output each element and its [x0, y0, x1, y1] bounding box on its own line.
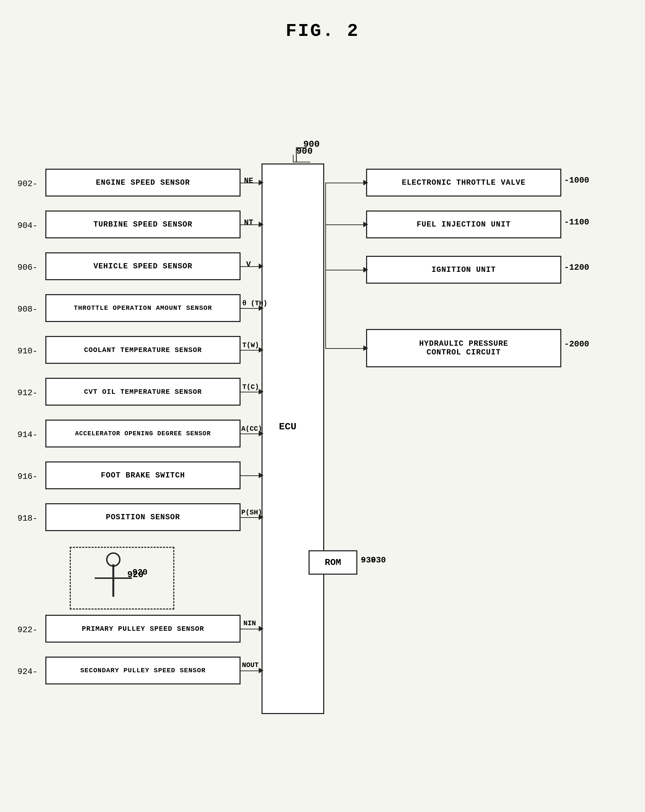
sensor-910: COOLANT TEMPERATURE SENSOR	[45, 336, 241, 364]
ref-916: 916-	[17, 472, 38, 481]
ref-902: 902-	[17, 179, 38, 189]
ref-924: 924-	[17, 667, 38, 676]
figure-title: FIG. 2	[0, 0, 645, 41]
ref-1200: -1200	[564, 263, 589, 272]
ref-1100: -1100	[564, 217, 589, 227]
sensor-912: CVT OIL TEMPERATURE SENSOR	[45, 378, 241, 406]
signal-v: V	[246, 260, 251, 269]
sensor-924: SECONDARY PULLEY SPEED SENSOR	[45, 656, 241, 684]
ecu-label: ECU	[279, 421, 297, 432]
sensor-902: ENGINE SPEED SENSOR	[45, 169, 241, 197]
ref-906: 906-	[17, 263, 38, 272]
sensor-914: ACCELERATOR OPENING DEGREE SENSOR	[45, 420, 241, 447]
ecu-box	[261, 163, 324, 714]
signal-nout: NOUT	[242, 661, 259, 669]
ref-904: 904-	[17, 221, 38, 230]
ref-930-display: ~ 930	[361, 556, 386, 565]
ref-900-label: 900	[303, 139, 320, 150]
ref-920-arrow: 920	[127, 569, 144, 580]
signal-ne: NE	[244, 177, 253, 185]
ref-918: 918-	[17, 514, 38, 523]
sensor-916: FOOT BRAKE SWITCH	[45, 461, 241, 489]
sensor-922: PRIMARY PULLEY SPEED SENSOR	[45, 615, 241, 643]
ref-914: 914-	[17, 430, 38, 440]
sensor-908: THROTTLE OPERATION AMOUNT SENSOR	[45, 294, 241, 322]
ref-912: 912-	[17, 388, 38, 398]
output-1200: IGNITION UNIT	[366, 256, 561, 284]
signal-nt: NT	[244, 218, 253, 227]
sensor-906: VEHICLE SPEED SENSOR	[45, 252, 241, 280]
ref-1000: -1000	[564, 176, 589, 185]
signal-nin: NIN	[243, 619, 256, 627]
output-2000: HYDRAULIC PRESSURE CONTROL CIRCUIT	[366, 329, 561, 367]
signal-tw: T(W)	[242, 341, 259, 349]
signal-th: θ (TH)	[242, 299, 267, 307]
ref-922: 922-	[17, 625, 38, 635]
rom-box: ROM	[309, 550, 358, 575]
output-1000: ELECTRONIC THROTTLE VALVE	[366, 169, 561, 197]
signal-tc: T(C)	[242, 383, 259, 391]
ref-908: 908-	[17, 305, 38, 314]
diagram-container: ECU 900 ENGINE SPEED SENSOR 902- NE TURB…	[0, 69, 645, 812]
output-1100: FUEL INJECTION UNIT	[366, 211, 561, 238]
svg-point-1	[107, 553, 119, 566]
ref-910: 910-	[17, 346, 38, 356]
ref-2000: -2000	[564, 339, 589, 349]
sensor-918: POSITION SENSOR	[45, 503, 241, 531]
sensor-904: TURBINE SPEED SENSOR	[45, 211, 241, 238]
